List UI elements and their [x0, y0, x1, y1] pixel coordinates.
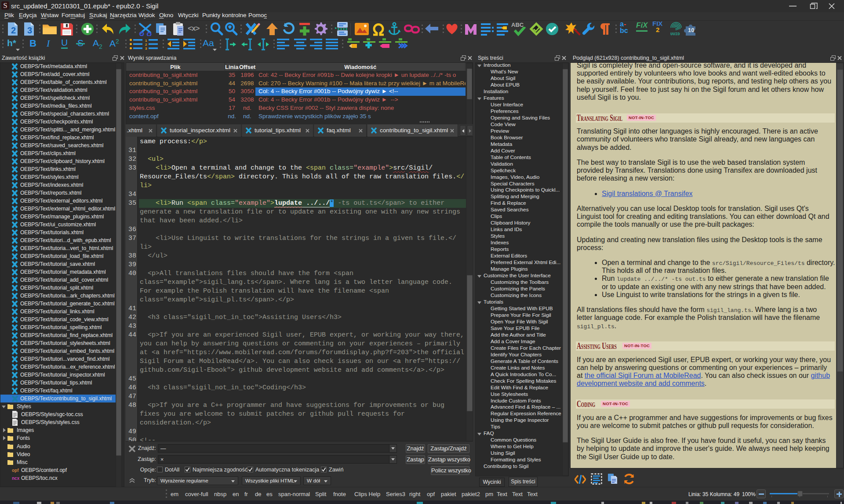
svg-text:UUID: UUID	[670, 32, 680, 36]
svg-text:10: 10	[688, 27, 694, 33]
svg-text:2: 2	[145, 43, 147, 47]
svg-text:2: 2	[11, 25, 16, 35]
svg-text:3: 3	[27, 25, 32, 35]
svg-text:3: 3	[145, 47, 147, 50]
svg-text:1: 1	[145, 39, 147, 43]
